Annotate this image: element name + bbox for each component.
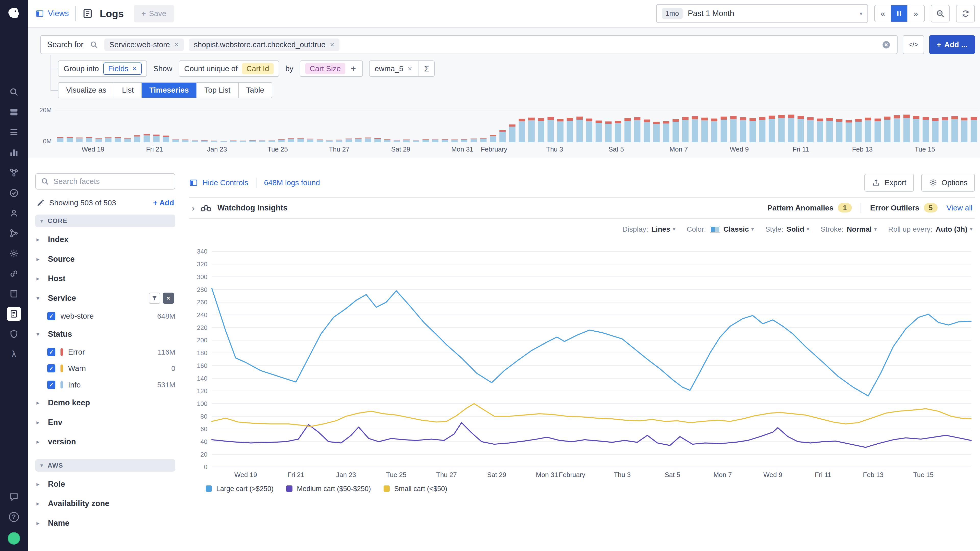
checkbox-checked[interactable]: ✓ (47, 312, 56, 320)
formula-control[interactable]: ewma_5 × Σ (369, 60, 434, 77)
facet-value-info[interactable]: ✓Info531M (35, 376, 175, 393)
fast-forward-button[interactable]: » (907, 5, 924, 22)
checkbox-checked[interactable]: ✓ (47, 364, 56, 372)
nav-logs-icon[interactable] (0, 304, 28, 324)
nav-ci-icon[interactable] (0, 223, 28, 243)
add-group-icon[interactable]: + (350, 64, 357, 74)
facet-status[interactable]: ▾Status (35, 324, 175, 344)
remove-formula-icon[interactable]: × (408, 64, 412, 73)
facet-value-warn[interactable]: ✓Warn0 (35, 360, 175, 376)
legend-item[interactable]: Large cart (>$250) (206, 485, 274, 493)
filter-icon[interactable] (149, 292, 160, 304)
facet-demo-keep[interactable]: ▸Demo keep (35, 393, 175, 413)
legend-item[interactable]: Medium cart ($50-$250) (286, 485, 371, 493)
histogram-x-tick: Sat 5 (608, 146, 624, 153)
measure-control[interactable]: Count unique of Cart Id (179, 60, 279, 77)
export-button[interactable]: Export (864, 174, 914, 191)
rewind-button[interactable]: « (875, 5, 891, 22)
remove-chip-icon[interactable]: × (132, 64, 137, 73)
remove-chip-icon[interactable]: × (330, 40, 334, 49)
error-outliers-link[interactable]: Error Outliers 5 (870, 203, 938, 213)
search-filter-chip[interactable]: shopist.webstore.cart.checked_out:true× (189, 38, 339, 51)
logs-found-link[interactable]: 648M logs found (264, 178, 320, 187)
pause-button[interactable] (891, 5, 907, 22)
viz-option-list[interactable]: List (115, 83, 142, 98)
datadog-logo-icon[interactable] (6, 5, 22, 21)
facet-env[interactable]: ▸Env (35, 413, 175, 432)
chat-icon[interactable] (0, 487, 28, 507)
legend-item[interactable]: Small cart (<$50) (383, 485, 447, 493)
nav-infrastructure-icon[interactable] (0, 102, 28, 122)
remove-chip-icon[interactable]: × (174, 40, 179, 49)
by-control[interactable]: Cart Size + (300, 60, 363, 77)
viz-option-top-list[interactable]: Top List (197, 83, 239, 98)
group-into-control[interactable]: Group into Fields × (58, 60, 147, 77)
expand-watchdog-icon[interactable]: › (192, 203, 195, 213)
facet-search[interactable] (35, 173, 175, 189)
cart-id-chip[interactable]: Cart Id (242, 63, 274, 74)
user-avatar[interactable] (8, 532, 20, 545)
facet-role[interactable]: ▸Role (35, 474, 175, 494)
facet-availability-zone[interactable]: ▸Availability zone (35, 494, 175, 513)
search-row: Search for Service:web-store×shopist.web… (28, 35, 980, 54)
views-button[interactable]: Views (35, 9, 68, 18)
svg-text:40: 40 (200, 438, 207, 445)
checkbox-checked[interactable]: ✓ (47, 381, 56, 389)
log-search-bar[interactable]: Search for Service:web-store×shopist.web… (40, 35, 897, 54)
chart-control-color[interactable]: Color:Classic▾ (687, 225, 754, 233)
pattern-anomalies-link[interactable]: Pattern Anomalies 1 (767, 203, 852, 213)
options-button[interactable]: Options (921, 174, 975, 191)
add-query-button[interactable]: + Add ... (929, 35, 975, 54)
group-field-chip[interactable]: Fields × (103, 62, 142, 75)
chart-control-display[interactable]: Display:Lines▾ (622, 225, 675, 233)
nav-apm-icon[interactable] (0, 162, 28, 183)
legend-label: Large cart (>$250) (216, 485, 274, 493)
timeseries-chart[interactable]: 0204060801001201401601802002202402602803… (189, 245, 975, 493)
help-icon[interactable]: ? (0, 507, 28, 527)
facet-source[interactable]: ▸Source (35, 249, 175, 269)
search-filter-chip[interactable]: Service:web-store× (104, 38, 184, 51)
save-button[interactable]: + Save (134, 5, 174, 22)
remove-filter-icon[interactable]: × (163, 292, 174, 304)
facet-service[interactable]: ▾Service× (35, 289, 175, 308)
facet-group-aws[interactable]: ▾AWS (35, 459, 175, 472)
facet-group-core[interactable]: ▾CORE (35, 214, 175, 227)
chart-control-style[interactable]: Style:Solid▾ (765, 225, 809, 233)
chart-control-roll-up-every[interactable]: Roll up every:Auto (3h)▾ (888, 225, 972, 233)
cart-size-chip[interactable]: Cart Size (305, 63, 345, 74)
chevron-down-icon: ▾ (751, 226, 754, 232)
histogram-plot[interactable] (56, 110, 979, 142)
nav-events-icon[interactable] (0, 122, 28, 142)
facet-value-error[interactable]: ✓Error116M (35, 344, 175, 360)
nav-integrations-icon[interactable] (0, 243, 28, 264)
add-facet-button[interactable]: + Add (153, 198, 174, 207)
time-range-picker[interactable]: 1mo Past 1 Month ▾ (656, 4, 868, 23)
clear-search-icon[interactable] (881, 40, 891, 49)
query-syntax-toggle[interactable]: </> (903, 35, 924, 54)
refresh-button[interactable] (956, 5, 975, 22)
nav-service-map-icon[interactable] (0, 264, 28, 284)
facet-value-web-store[interactable]: ✓web-store648M (35, 308, 175, 324)
nav-security-icon[interactable] (0, 324, 28, 344)
hide-controls-button[interactable]: Hide Controls (189, 178, 248, 187)
view-all-link[interactable]: View all (947, 203, 973, 212)
sigma-button[interactable]: Σ (424, 64, 429, 73)
facet-name[interactable]: ▸Name (35, 513, 175, 533)
viz-option-table[interactable]: Table (239, 83, 272, 98)
facet-index[interactable]: ▸Index (35, 230, 175, 249)
facet-version[interactable]: ▸version (35, 432, 175, 452)
checkbox-checked[interactable]: ✓ (47, 348, 56, 356)
viz-option-timeseries[interactable]: Timeseries (142, 83, 197, 98)
nav-synthetics-icon[interactable] (0, 183, 28, 203)
zoom-out-button[interactable] (931, 5, 950, 22)
nav-rum-icon[interactable] (0, 203, 28, 223)
chart-control-stroke[interactable]: Stroke:Normal▾ (821, 225, 877, 233)
facet-host[interactable]: ▸Host (35, 269, 175, 289)
nav-notebooks-icon[interactable] (0, 284, 28, 304)
nav-serverless-icon[interactable]: λ (0, 344, 28, 364)
facet-search-input[interactable] (54, 177, 170, 186)
nav-metrics-icon[interactable] (0, 142, 28, 162)
nav-search-icon[interactable] (0, 82, 28, 102)
svg-text:Sat 29: Sat 29 (487, 471, 506, 478)
edit-facets-icon[interactable] (37, 199, 45, 207)
